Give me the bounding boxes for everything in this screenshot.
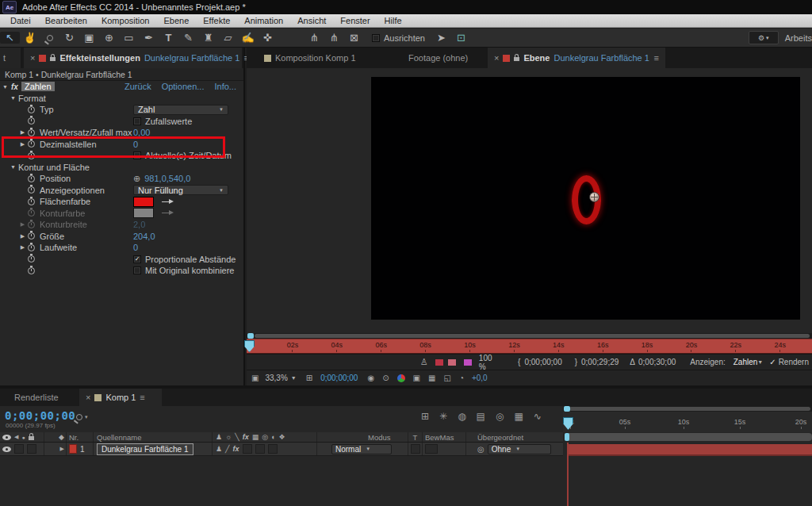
show-channels-icon[interactable] <box>397 374 405 382</box>
wert-stopwatch-icon[interactable] <box>28 129 35 136</box>
prop-stopwatch-icon[interactable] <box>28 255 35 263</box>
layer-audio-cell[interactable] <box>14 444 24 454</box>
chevron-down-icon[interactable]: ▼ <box>291 375 297 381</box>
pan-behind-tool-icon[interactable]: ⊕ <box>99 32 119 44</box>
adjustment-column-icon[interactable]: ◐ <box>271 433 275 441</box>
laufweite-disclosure-icon[interactable]: ▶ <box>17 244 28 251</box>
effect-control-point[interactable] <box>589 192 599 202</box>
workspace-switcher[interactable]: ⚙▾ <box>749 31 779 44</box>
graph-editor-icon[interactable]: ∿ <box>534 411 542 422</box>
axis-local-icon[interactable]: ⋔ <box>304 32 324 44</box>
eyedropper-icon[interactable] <box>162 209 175 217</box>
lock-column-icon[interactable] <box>29 436 34 440</box>
info-link[interactable]: Info... <box>214 82 236 91</box>
scroll-nub[interactable] <box>564 406 570 412</box>
prop-checkbox[interactable] <box>133 255 141 263</box>
effect-controls-tab[interactable]: × Effekteinstellungen Dunkelgrau Farbflä… <box>24 48 242 68</box>
menu-ansicht[interactable]: Ansicht <box>290 16 333 25</box>
anzeigen-value[interactable]: Zahlen <box>733 358 758 366</box>
position-stopwatch-icon[interactable] <box>28 175 35 182</box>
comp-flowchart-icon[interactable]: ⊞ <box>421 411 429 422</box>
mask-toggle-pink-icon[interactable] <box>447 358 457 366</box>
audio-column-icon[interactable]: ◀ <box>14 434 18 440</box>
transparency-grid-icon[interactable]: ▦ <box>428 374 435 382</box>
panel-menu-icon[interactable]: ≡ <box>654 53 659 63</box>
lock-icon[interactable] <box>50 57 56 61</box>
laufweite-value[interactable]: 0 <box>133 243 138 252</box>
stroke-color-swatch[interactable] <box>133 208 154 218</box>
eyedropper-icon[interactable] <box>162 198 175 205</box>
layer-switch-cell[interactable] <box>255 444 265 454</box>
region-of-interest-icon[interactable]: ▣ <box>413 374 420 382</box>
workspace-label[interactable]: Arbeits <box>785 33 812 43</box>
pin-tool-icon[interactable]: ✜ <box>258 32 278 44</box>
auto-keyframe-icon[interactable]: ◎ <box>496 411 504 422</box>
out-point-value[interactable]: 0;00;29;29 <box>581 358 619 366</box>
check-icon[interactable]: ✓ <box>769 358 776 366</box>
groesse-disclosure-icon[interactable]: ▶ <box>17 233 28 240</box>
effect-disclosure-icon[interactable]: ▼ <box>0 84 10 90</box>
layer-tab[interactable]: × Ebene Dunkelgrau Farbfläche 1 ≡ <box>488 48 665 68</box>
type-tool-icon[interactable]: T <box>159 32 178 44</box>
render-label[interactable]: Rendern <box>779 358 809 366</box>
hand-tool-icon[interactable]: ✌ <box>20 32 40 44</box>
align-pen-icon[interactable]: ➤ <box>431 32 451 44</box>
breite-value[interactable]: 2,0 <box>133 220 145 229</box>
region-brackets-icon[interactable]: ⊡ <box>451 32 471 44</box>
wert-disclosure-icon[interactable]: ▶ <box>17 129 28 136</box>
komp1-tab[interactable]: × Komp 1 ≡ <box>79 389 162 406</box>
groesse-stopwatch-icon[interactable] <box>28 232 35 240</box>
laufweite-stopwatch-icon[interactable] <box>28 244 35 251</box>
magnification-value[interactable]: 33,3% <box>265 374 287 382</box>
groesse-value[interactable]: 204,0 <box>133 232 155 241</box>
align-checkbox[interactable] <box>372 34 380 42</box>
parent-pickwhip-icon[interactable]: ◎ <box>477 445 485 454</box>
menu-hilfe[interactable]: Hilfe <box>377 16 409 25</box>
camera-tool-icon[interactable]: ▣ <box>79 32 99 44</box>
menu-bearbeiten[interactable]: Bearbeiten <box>38 16 94 25</box>
eraser-tool-icon[interactable]: ▱ <box>218 32 238 44</box>
fx-column-icon[interactable]: fx <box>243 433 249 441</box>
stamp-tool-icon[interactable]: ♜ <box>198 32 218 44</box>
layer-expand-icon[interactable]: ▶ <box>60 446 64 452</box>
layer-duration-bar[interactable] <box>568 444 812 456</box>
blend-mode-dropdown[interactable]: Normal▼ <box>331 444 392 454</box>
layer-quality-toggle[interactable]: ╱ <box>225 445 229 453</box>
layer-fx-toggle[interactable]: fx <box>233 445 239 453</box>
threed-column-icon[interactable]: ❖ <box>279 433 285 441</box>
orig-checkbox[interactable] <box>133 266 141 274</box>
shape-tool-icon[interactable]: ▭ <box>119 32 139 44</box>
layer-time-ruler[interactable]: 02s 04s 06s 08s 10s 12s 14s 16s 18s 20s … <box>247 339 812 354</box>
position-value[interactable]: 981,0,540,0 <box>144 174 190 183</box>
mask-toggle-red-icon[interactable] <box>435 358 444 366</box>
timeline-h-scrollbar[interactable] <box>563 406 812 412</box>
timeline-ruler[interactable]: 0s 05s 10s 15s 20s <box>563 412 812 432</box>
project-tab-fragment[interactable]: t <box>0 48 21 68</box>
frame-blend-column-icon[interactable]: ▦ <box>252 433 259 441</box>
frame-blend-icon[interactable]: ◍ <box>458 411 465 422</box>
preserve-transparency-cell[interactable] <box>411 444 420 454</box>
video-column-icon[interactable] <box>2 435 11 440</box>
selection-tool-icon[interactable]: ↖ <box>0 32 20 44</box>
options-link[interactable]: Optionen... <box>162 82 205 91</box>
panel-menu-icon[interactable]: ≡ <box>140 393 144 402</box>
flaeche-stopwatch-icon[interactable] <box>28 198 35 205</box>
anzeige-dropdown[interactable]: Nur Füllung▼ <box>133 185 228 195</box>
close-icon[interactable]: × <box>494 53 499 63</box>
axis-view-icon[interactable]: ⊠ <box>344 32 364 44</box>
puppet-tool-icon[interactable]: ✍ <box>238 32 258 44</box>
orig-stopwatch-icon[interactable] <box>28 267 35 274</box>
motion-blur-icon[interactable]: ▤ <box>477 411 485 422</box>
kontur-disclosure-icon[interactable]: ▼ <box>8 164 18 170</box>
breite-disclosure-icon[interactable]: ▶ <box>17 221 28 228</box>
viewer-timecode[interactable]: 0;00;00;00 <box>320 374 358 382</box>
crosshair-icon[interactable]: ⊕ <box>133 174 140 184</box>
search-field[interactable]: ▾ <box>76 414 88 420</box>
quality-column-icon[interactable]: ╲ <box>235 433 239 441</box>
view-zoom-value[interactable]: 100 % <box>479 354 500 371</box>
zufallswerte-checkbox[interactable] <box>133 117 141 125</box>
menu-komposition[interactable]: Komposition <box>94 16 157 25</box>
shy-column-icon[interactable]: ♟ <box>216 433 222 441</box>
layer-playhead[interactable] <box>244 340 255 352</box>
brush-tool-icon[interactable]: ✎ <box>178 32 198 44</box>
